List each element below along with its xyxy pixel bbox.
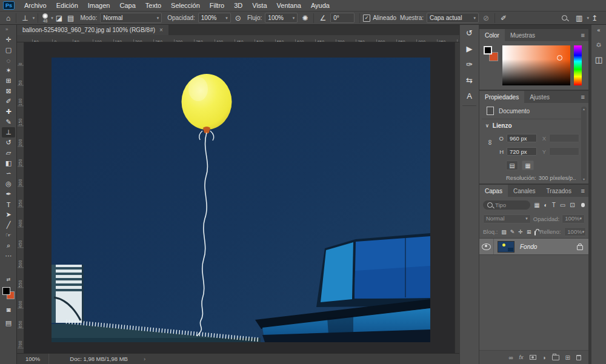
menu-item[interactable]: Selección: [166, 2, 205, 9]
menu-item[interactable]: Vista: [247, 2, 271, 9]
current-tool-icon[interactable]: ⊥: [19, 14, 30, 22]
saturation-field[interactable]: [502, 45, 570, 85]
status-options-icon[interactable]: ›: [144, 356, 145, 362]
lasso-tool[interactable]: ◌: [2, 55, 15, 65]
opacity-select[interactable]: 100% ▾: [198, 13, 231, 23]
filter-smart-objects-icon[interactable]: ⊡: [570, 202, 574, 208]
menu-item[interactable]: 3D: [229, 2, 247, 9]
menu-item[interactable]: Imagen: [83, 2, 115, 9]
ruler-corner[interactable]: [17, 35, 24, 42]
panel-menu-icon[interactable]: ≡: [578, 185, 588, 197]
history-brush-tool[interactable]: ↺: [2, 137, 15, 148]
menu-item[interactable]: Archivo: [19, 2, 52, 9]
zoom-level-field[interactable]: 100%: [17, 354, 49, 364]
layer-mask-icon[interactable]: [530, 355, 536, 360]
type-tool[interactable]: T: [2, 199, 15, 210]
link-dimensions-icon[interactable]: ∞: [486, 140, 494, 145]
tab-canales[interactable]: Canales: [508, 185, 541, 197]
edit-toolbar-button[interactable]: ⋯: [2, 251, 15, 261]
menu-item[interactable]: Ayuda: [306, 2, 335, 9]
quick-mask-icon[interactable]: ◙: [0, 306, 17, 313]
scroll-down-icon[interactable]: ▾: [583, 177, 585, 181]
brush-tool[interactable]: ✎: [2, 117, 15, 127]
smudge-tool[interactable]: ∽: [2, 168, 15, 179]
pen-tool[interactable]: ✒: [2, 189, 15, 199]
filter-type-layers-icon[interactable]: T: [552, 202, 556, 208]
frame-tool[interactable]: ⊠: [2, 86, 15, 96]
filter-shape-layers-icon[interactable]: ▭: [560, 202, 565, 208]
new-layer-icon[interactable]: ⊞: [565, 354, 570, 361]
tab-ajustes[interactable]: Ajustes: [524, 91, 555, 103]
layer-name[interactable]: Fondo: [520, 243, 537, 250]
zoom-tool[interactable]: ⌕: [2, 240, 15, 251]
line-tool[interactable]: ╱: [2, 220, 15, 230]
home-icon[interactable]: ⌂: [4, 14, 13, 22]
hand-tool[interactable]: ☞: [2, 230, 15, 240]
menu-item[interactable]: Edición: [52, 2, 83, 9]
layer-filter-search[interactable]: Tipo: [483, 200, 530, 210]
photoshop-logo[interactable]: Ps: [3, 1, 15, 10]
tab-propiedades[interactable]: Propiedades: [479, 91, 524, 103]
workspace-icon[interactable]: ▥: [573, 14, 585, 22]
menu-item[interactable]: Texto: [141, 2, 166, 9]
aligned-checkbox[interactable]: ✓: [363, 15, 370, 22]
clone-source-toggle-icon[interactable]: ▤: [65, 14, 76, 22]
link-layers-icon[interactable]: ∞: [508, 354, 513, 361]
layer-effects-icon[interactable]: fx: [519, 354, 524, 360]
menu-item[interactable]: Capa: [115, 2, 140, 9]
brush-preset-picker[interactable]: 48: [41, 13, 49, 23]
learn-panel-icon[interactable]: ☼: [591, 36, 606, 51]
document-type-row[interactable]: Documento: [482, 103, 586, 119]
foreground-color-swatch[interactable]: [2, 287, 10, 295]
layer-blend-mode-select[interactable]: Normal ▾: [483, 214, 531, 223]
layer-thumbnail[interactable]: [498, 241, 514, 253]
canvas-image[interactable]: [52, 58, 430, 342]
brush-settings-panel-icon[interactable]: ✑: [460, 56, 479, 72]
ignore-adjustment-layers-icon[interactable]: ⊘: [481, 14, 491, 22]
filter-pixel-layers-icon[interactable]: ▦: [534, 202, 539, 208]
tab-muestras[interactable]: Muestras: [505, 29, 541, 41]
pressure-opacity-icon[interactable]: ⊙: [233, 14, 244, 22]
layer-fill-select[interactable]: 100% ▾: [564, 227, 586, 236]
screen-mode-icon[interactable]: ▤: [0, 319, 17, 327]
document-tab[interactable]: balloon-5254903_960_720.jpg al 100% (RGB…: [17, 25, 168, 35]
orientation-landscape-button[interactable]: ▦: [522, 160, 534, 170]
history-panel-icon[interactable]: ↺: [460, 25, 479, 41]
hue-slider[interactable]: [574, 45, 582, 85]
clone-source-panel-icon[interactable]: ⇆: [460, 72, 479, 88]
pressure-size-icon[interactable]: ✐: [498, 14, 509, 22]
brush-settings-toggle-icon[interactable]: ◪: [53, 14, 65, 22]
crop-tool[interactable]: ⊞: [2, 76, 15, 86]
canvas-section-header[interactable]: ∨ Lienzo: [479, 119, 588, 131]
panel-menu-icon[interactable]: ≡: [578, 29, 588, 41]
panel-menu-icon[interactable]: ≡: [578, 91, 588, 103]
sample-select[interactable]: Capa actual ▾: [427, 13, 479, 23]
tab-capas[interactable]: Capas: [479, 185, 508, 197]
magic-wand-tool[interactable]: ✶: [2, 65, 15, 76]
close-icon[interactable]: ×: [159, 27, 163, 33]
libraries-panel-icon[interactable]: ◫: [591, 51, 606, 67]
share-icon[interactable]: ↥: [589, 14, 600, 22]
horizontal-ruler[interactable]: 5005010015020025030035040045050055060065…: [24, 35, 459, 42]
eyedropper-tool[interactable]: ✐: [2, 96, 15, 107]
tab-trazados[interactable]: Trazados: [541, 185, 577, 197]
filter-adjustment-layers-icon[interactable]: ◐: [544, 202, 548, 208]
healing-brush-tool[interactable]: ✚: [2, 107, 15, 117]
clone-stamp-tool[interactable]: ⊥: [2, 127, 15, 137]
lock-position-icon[interactable]: ✛: [518, 229, 523, 235]
dodge-tool[interactable]: ◎: [2, 179, 15, 189]
color-cursor[interactable]: [557, 55, 562, 61]
lock-transparency-icon[interactable]: ▨: [501, 229, 507, 235]
lock-artboard-icon[interactable]: ⊞: [527, 229, 531, 235]
menu-item[interactable]: Ventana: [272, 2, 306, 9]
orientation-portrait-button[interactable]: ▤: [506, 160, 518, 170]
layer-group-icon[interactable]: [552, 355, 559, 360]
lock-pixels-icon[interactable]: ✎: [510, 229, 515, 235]
airbrush-icon[interactable]: ✺: [299, 14, 310, 22]
move-tool[interactable]: ✛: [2, 35, 15, 45]
scroll-up-icon[interactable]: ▴: [583, 107, 585, 111]
delete-layer-icon[interactable]: [576, 355, 581, 360]
character-panel-icon[interactable]: A: [460, 88, 479, 104]
collapse-dock-icon[interactable]: «: [591, 25, 606, 36]
lock-all-icon[interactable]: [534, 231, 536, 236]
